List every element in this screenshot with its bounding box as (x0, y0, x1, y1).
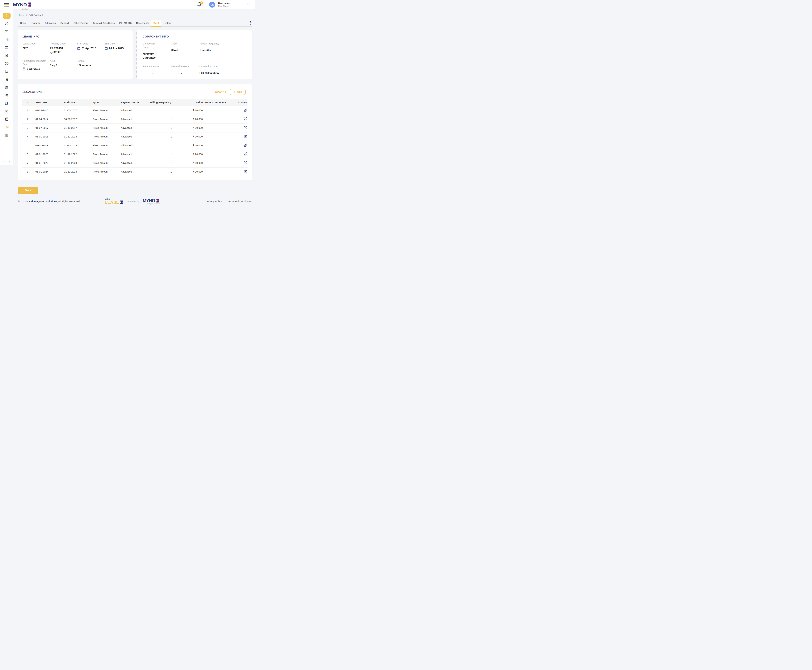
sidebar-item-interest[interactable] (3, 124, 10, 130)
growth-chart-icon (4, 78, 9, 81)
more-options-kebab-icon[interactable] (249, 21, 252, 25)
edit-icon (243, 135, 247, 138)
terms-conditions-link[interactable]: Terms and Conditions (227, 200, 251, 203)
component-type-field: Type Fixed (171, 42, 199, 60)
edit-row-button[interactable] (243, 108, 247, 112)
tab-indas-116[interactable]: INDAS 116 (117, 20, 134, 27)
edit-row-button[interactable] (243, 117, 247, 121)
avatar[interactable]: UN (209, 2, 215, 8)
payout-frequency-field: Payout Frequency 1 months (199, 42, 248, 60)
edit-icon (243, 108, 247, 112)
sidebar-item-calculator[interactable] (3, 132, 10, 138)
sidebar-item-payments[interactable] (3, 60, 10, 66)
footer-company: Mynd Integrated Solutions (27, 200, 57, 203)
sidebar-item-owner[interactable] (3, 20, 10, 27)
cell-start-date: 01-01-2023 (33, 159, 61, 168)
sidebar-item-home[interactable] (3, 13, 10, 19)
lease-info-title: LEASE INFO (22, 35, 129, 38)
escalations-table: # Start Date End Date Type Payment Terms… (22, 99, 247, 176)
tab-basic[interactable]: Basic (18, 20, 29, 27)
app-logo: MYND Intelligence Automated (13, 2, 32, 7)
sidebar-item-users[interactable] (3, 108, 10, 114)
edit-row-button[interactable] (243, 135, 247, 139)
cell-start-date: 01-01-2020 (33, 150, 61, 159)
sidebar-item-vendor-docs[interactable] (3, 92, 10, 98)
sidebar-item-inbox[interactable] (3, 44, 10, 51)
breadcrumb: Home / Edit Contract (18, 14, 252, 16)
escalations-title: ESCALATIONS (22, 90, 42, 94)
sidebar-item-contracts[interactable] (3, 52, 10, 59)
cell-payment-terms: Advanced (118, 150, 147, 159)
cell-type: Fixed Amount (90, 132, 118, 141)
clear-all-button[interactable]: Clear All (215, 90, 226, 94)
edit-row-button[interactable] (243, 126, 247, 130)
sidebar-item-reports[interactable] (3, 76, 10, 83)
tab-terms-conditions[interactable]: Terms & Conditions (91, 20, 117, 27)
col-header-payment-terms: Payment Terms (118, 99, 147, 106)
tab-other-payout[interactable]: Other Payout (71, 20, 90, 27)
cell-base-component (203, 106, 235, 115)
cell-base-component (203, 132, 235, 141)
cell-end-date: 31-03-2017 (61, 106, 90, 115)
tab-documents[interactable]: Documents (134, 20, 151, 27)
cell-end-date: 31-12-2024 (61, 168, 90, 176)
main-content: Home / Edit Contract Basic Property Allo… (13, 9, 255, 205)
tab-deposit[interactable]: Deposit (58, 20, 71, 27)
edit-icon (243, 117, 247, 120)
invoice-rupee-icon (5, 85, 9, 89)
cell-billing-frequency: 1 (147, 159, 172, 168)
menu-toggle-icon[interactable] (4, 3, 9, 7)
breadcrumb-home-link[interactable]: Home (18, 14, 24, 16)
calendar-icon (22, 68, 25, 71)
sidebar-item-property[interactable] (3, 37, 10, 43)
tab-rent[interactable]: Rent (151, 20, 161, 27)
copyright: © 2022 Mynd Integrated Solutions, All Ri… (18, 200, 80, 203)
cell-payment-terms: Advanced (118, 124, 147, 132)
cell-billing-frequency: 1 (147, 115, 172, 124)
edit-row-button[interactable] (243, 170, 247, 174)
tab-history[interactable]: History (161, 20, 174, 27)
start-date-field: Start Date 01 Apr 2016 (77, 42, 105, 54)
cell-index: 2 (22, 115, 33, 124)
edit-row-button[interactable] (243, 152, 247, 156)
sidebar-item-tenant[interactable] (3, 29, 10, 35)
cell-type: Fixed Amount (90, 106, 118, 115)
cell-billing-frequency: 1 (147, 132, 172, 141)
cell-type: Fixed Amount (90, 159, 118, 168)
privacy-policy-link[interactable]: Privacy Policy (207, 200, 222, 203)
cell-index: 4 (22, 132, 33, 141)
edit-icon (243, 170, 247, 173)
edit-row-button[interactable] (243, 144, 247, 147)
add-escalation-button[interactable]: Add (230, 89, 246, 95)
myndx-footer-logo: MYND Intelligence Automated (143, 198, 159, 205)
sidebar-item-ledger[interactable] (3, 116, 10, 122)
edit-row-button[interactable] (243, 161, 247, 165)
logo-tagline: Intelligence Automated (22, 7, 32, 10)
user-name: Username (218, 2, 230, 5)
breadcrumb-separator: / (26, 14, 27, 16)
cell-base-component (203, 159, 235, 168)
cell-value: ₹ 20,000 (172, 168, 203, 176)
cell-end-date: 30-06-2017 (61, 115, 90, 124)
lease-code-field: Lease Code 2720 (22, 42, 50, 54)
sidebar-item-tax[interactable] (3, 68, 10, 74)
leasex-logo: MYND LEASE (105, 198, 123, 204)
tax-document-icon (5, 69, 9, 73)
edit-icon (243, 144, 247, 147)
tab-allocation[interactable]: Allocation (43, 20, 58, 27)
user-menu-chevron-icon[interactable] (247, 3, 250, 6)
sidebar-item-invoices[interactable] (3, 84, 10, 90)
calculator-icon (5, 133, 9, 137)
user-role: Role Name (218, 5, 230, 7)
col-header-index: # (22, 99, 33, 106)
sidebar-item-approvals[interactable] (3, 100, 10, 106)
notification-count-badge: 3 (200, 2, 203, 5)
tab-property[interactable]: Property (29, 20, 43, 27)
tenure-field: Tenure 108 months (77, 59, 105, 71)
cell-payment-terms: Advanced (118, 159, 147, 168)
cell-start-date: 01-01-2018 (33, 132, 61, 141)
back-button[interactable]: Back (18, 187, 38, 194)
notifications-button[interactable]: 3 (197, 2, 202, 8)
col-header-end-date: End Date (61, 99, 90, 106)
col-header-type: Type (90, 99, 118, 106)
